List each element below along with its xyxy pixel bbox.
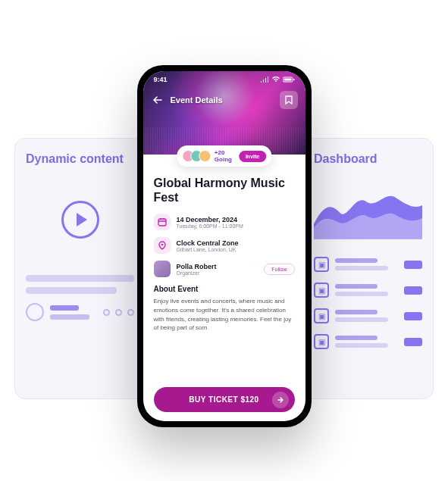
- list-item: ▣: [314, 283, 422, 298]
- going-count: +20 Going: [215, 149, 232, 163]
- dot-icon: [103, 309, 110, 316]
- svg-rect-2: [293, 79, 295, 80]
- invite-button[interactable]: Invite: [239, 151, 266, 162]
- list-item: ▣: [314, 334, 422, 349]
- dynamic-content-card: Dynamic content: [14, 138, 146, 399]
- image-icon: ▣: [314, 283, 329, 298]
- buy-ticket-label: BUY TICKET $120: [189, 395, 258, 404]
- date-secondary: Tuesday, 6:00PM - 11:00PM: [177, 223, 243, 229]
- bookmark-button[interactable]: [280, 91, 298, 109]
- location-row[interactable]: Clock Central ZoneGilbart Lane, London, …: [154, 237, 295, 254]
- about-heading: About Event: [154, 285, 295, 293]
- organizer-role: Organizer: [177, 270, 217, 276]
- location-icon: [154, 237, 171, 254]
- event-title: Global Harmony Music Fest: [154, 176, 295, 205]
- placeholder-row: [26, 303, 134, 321]
- avatar-placeholder: [26, 303, 44, 321]
- page-title: Event Details: [171, 95, 223, 105]
- phone-frame: 9:41 Event Details +20 Going Invite: [137, 65, 312, 427]
- dashboard-card: Dashboard ▣ ▣ ▣ ▣: [302, 138, 434, 399]
- avatar: [199, 150, 211, 162]
- arrow-right-icon: [272, 392, 289, 408]
- arrow-left-icon: [152, 95, 163, 105]
- list-item: ▣: [314, 308, 422, 323]
- date-primary: 14 December, 2024: [177, 216, 243, 223]
- list-item: ▣: [314, 257, 422, 272]
- placeholder-line: [26, 275, 134, 282]
- battery-icon: [283, 77, 295, 83]
- signal-icon: [260, 77, 269, 83]
- event-body: Global Harmony Music Fest 14 December, 2…: [143, 155, 305, 421]
- dot-icon: [115, 309, 122, 316]
- image-icon: ▣: [314, 308, 329, 323]
- wifi-icon: [271, 77, 280, 83]
- bookmark-icon: [285, 95, 293, 105]
- page-header: Event Details: [143, 91, 305, 109]
- text-fade: [143, 356, 305, 386]
- location-primary: Clock Central Zone: [177, 239, 239, 247]
- event-hero-image: 9:41 Event Details: [143, 71, 305, 155]
- card-title: Dynamic content: [26, 152, 134, 166]
- card-title: Dashboard: [314, 152, 422, 166]
- status-time: 9:41: [154, 76, 168, 83]
- placeholder-line: [26, 287, 117, 294]
- svg-rect-1: [284, 79, 291, 81]
- area-chart-icon: [314, 175, 422, 243]
- calendar-icon: [154, 214, 171, 230]
- follow-button[interactable]: Follow: [264, 264, 294, 275]
- back-button[interactable]: [151, 95, 164, 105]
- location-secondary: Gilbart Lane, London, UK: [177, 247, 239, 252]
- image-icon: ▣: [314, 257, 329, 272]
- organizer-avatar: [154, 261, 171, 277]
- svg-point-4: [161, 244, 163, 246]
- svg-rect-3: [158, 219, 166, 226]
- buy-ticket-button[interactable]: BUY TICKET $120: [154, 387, 295, 412]
- organizer-row[interactable]: Polla RobertOrganizer Follow: [154, 261, 295, 277]
- play-icon[interactable]: [61, 201, 99, 239]
- attendee-avatars: [182, 150, 211, 162]
- organizer-name: Polla Robert: [177, 263, 217, 270]
- going-pill[interactable]: +20 Going Invite: [177, 145, 271, 167]
- date-row[interactable]: 14 December, 2024Tuesday, 6:00PM - 11:00…: [154, 214, 295, 230]
- phone-screen: 9:41 Event Details +20 Going Invite: [143, 71, 305, 421]
- image-icon: ▣: [314, 334, 329, 349]
- status-bar: 9:41: [143, 76, 305, 83]
- dot-icon: [127, 309, 134, 316]
- about-text: Enjoy live events and concerts, where mu…: [154, 297, 295, 332]
